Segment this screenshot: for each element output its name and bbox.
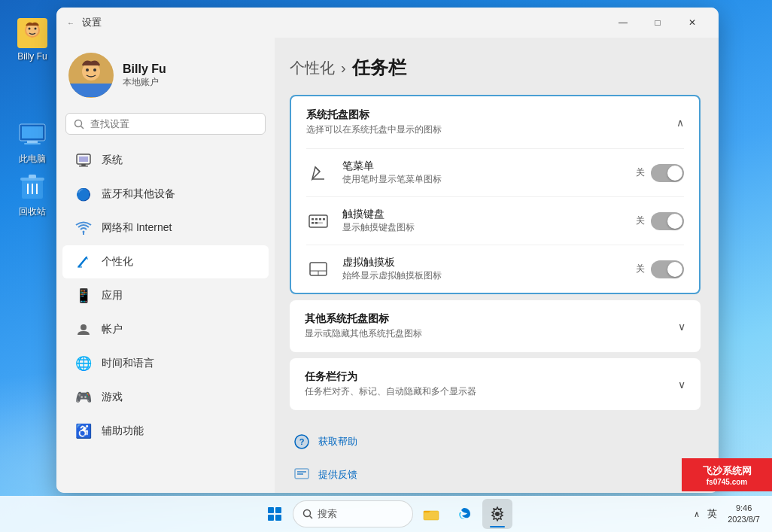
title-bar-left: ← 设置 bbox=[65, 16, 600, 29]
svg-rect-50 bbox=[268, 515, 274, 521]
accounts-label: 帐户 bbox=[102, 323, 123, 336]
other-tray-subtitle: 显示或隐藏其他系统托盘图标 bbox=[305, 327, 422, 340]
other-tray-header[interactable]: 其他系统托盘图标 显示或隐藏其他系统托盘图标 ∨ bbox=[290, 300, 701, 352]
watermark-title: 飞沙系统网 bbox=[703, 464, 752, 478]
search-settings-container[interactable] bbox=[65, 113, 266, 135]
desktop-icon-recyclebin[interactable]: 回收站 bbox=[6, 169, 59, 221]
virtual-touchpad-icon bbox=[306, 257, 330, 281]
bluetooth-icon: 🔵 bbox=[74, 185, 93, 203]
virtual-touchpad-toggle[interactable] bbox=[651, 260, 684, 278]
svg-rect-28 bbox=[78, 266, 82, 268]
recyclebin-label: 回收站 bbox=[19, 205, 46, 218]
feedback-label: 提供反馈 bbox=[318, 468, 357, 482]
virtual-touchpad-text: 虚拟触摸板 始终显示虚拟触摸板图标 bbox=[342, 256, 624, 282]
start-button[interactable] bbox=[260, 499, 290, 529]
get-help-label: 获取帮助 bbox=[318, 435, 357, 448]
feedback-link[interactable]: 提供反馈 bbox=[290, 458, 701, 491]
bluetooth-label: 蓝牙和其他设备 bbox=[102, 187, 175, 201]
touch-keyboard-title: 触摸键盘 bbox=[342, 208, 624, 221]
help-links: ? 获取帮助 提供反馈 bbox=[290, 416, 701, 493]
taskbar-behavior-header[interactable]: 任务栏行为 任务栏对齐、标记、自动隐藏和多个显示器 ∨ bbox=[290, 358, 701, 410]
sidebar-item-time[interactable]: 🌐 时间和语言 bbox=[62, 347, 269, 380]
touch-keyboard-toggle[interactable] bbox=[651, 212, 684, 230]
taskbar-search[interactable]: 搜索 bbox=[293, 500, 413, 527]
billyfu-icon bbox=[17, 18, 47, 48]
sidebar-item-network[interactable]: 网络和 Internet bbox=[62, 211, 269, 245]
svg-rect-33 bbox=[315, 218, 318, 220]
touch-keyboard-subtitle: 显示触摸键盘图标 bbox=[342, 221, 624, 234]
desktop-icon-thispc[interactable]: 此电脑 bbox=[6, 117, 59, 169]
maximize-button[interactable]: □ bbox=[640, 11, 675, 35]
pen-menu-text: 笔菜单 使用笔时显示笔菜单图标 bbox=[342, 160, 624, 186]
touch-keyboard-toggle-label: 关 bbox=[636, 214, 645, 227]
svg-point-17 bbox=[86, 68, 89, 71]
pen-menu-row: 笔菜单 使用笔时显示笔菜单图标 关 bbox=[291, 149, 699, 196]
taskbar-chevron[interactable]: ∧ bbox=[694, 509, 700, 519]
sidebar-item-accounts[interactable]: 帐户 bbox=[62, 313, 269, 346]
virtual-touchpad-subtitle: 始终显示虚拟触摸板图标 bbox=[342, 269, 624, 282]
touch-keyboard-text: 触摸键盘 显示触摸键盘图标 bbox=[342, 208, 624, 234]
system-tray-header-text: 系统托盘图标 选择可以在系统托盘中显示的图标 bbox=[306, 108, 442, 136]
svg-point-26 bbox=[83, 231, 85, 233]
desktop-icon-billyfu[interactable]: Billy Fu bbox=[6, 15, 59, 65]
pen-menu-toggle-container: 关 bbox=[636, 164, 684, 182]
taskbar-behavior-chevron: ∨ bbox=[678, 378, 685, 391]
taskbar-edge[interactable] bbox=[449, 499, 479, 529]
sidebar-item-personalization[interactable]: 个性化 bbox=[62, 245, 269, 278]
taskbar-behavior-subtitle: 任务栏对齐、标记、自动隐藏和多个显示器 bbox=[305, 385, 476, 398]
svg-rect-24 bbox=[81, 164, 86, 166]
minimize-button[interactable]: — bbox=[606, 11, 640, 35]
watermark: 飞沙系统网 fs0745.com bbox=[682, 458, 772, 491]
system-tray-header[interactable]: 系统托盘图标 选择可以在系统托盘中显示的图标 ∧ bbox=[291, 96, 699, 148]
svg-rect-7 bbox=[27, 141, 38, 143]
sidebar-item-system[interactable]: 系统 bbox=[62, 144, 269, 177]
taskbar-search-label: 搜索 bbox=[318, 507, 337, 521]
get-help-icon: ? bbox=[293, 433, 311, 451]
taskbar-behavior-title: 任务栏行为 bbox=[305, 370, 476, 384]
system-tray-card: 系统托盘图标 选择可以在系统托盘中显示的图标 ∧ 笔菜单 使用笔时显示笔菜单图标 bbox=[290, 95, 701, 294]
taskbar-settings-active[interactable] bbox=[482, 499, 512, 529]
svg-rect-25 bbox=[79, 166, 88, 167]
get-help-link[interactable]: ? 获取帮助 bbox=[290, 425, 701, 458]
svg-rect-32 bbox=[312, 218, 314, 220]
taskbar-fileexplorer[interactable] bbox=[416, 499, 446, 529]
sidebar-item-accessibility[interactable]: ♿ 辅助功能 bbox=[62, 415, 269, 448]
search-icon bbox=[74, 119, 84, 129]
svg-line-27 bbox=[79, 257, 87, 266]
taskbar-lang[interactable]: 英 bbox=[704, 504, 720, 524]
settings-body: Billy Fu 本地账户 系统 🔵 蓝牙和其他设备 bbox=[56, 38, 719, 493]
taskbar-behavior-header-text: 任务栏行为 任务栏对齐、标记、自动隐藏和多个显示器 bbox=[305, 370, 476, 398]
settings-window: ← 设置 — □ ✕ bbox=[56, 8, 719, 493]
svg-rect-36 bbox=[312, 222, 314, 224]
svg-point-52 bbox=[304, 510, 311, 517]
personalization-icon bbox=[74, 253, 93, 271]
svg-line-21 bbox=[81, 126, 84, 129]
recyclebin-icon bbox=[17, 172, 47, 202]
pen-menu-toggle[interactable] bbox=[651, 164, 684, 182]
system-tray-subtitle: 选择可以在系统托盘中显示的图标 bbox=[306, 123, 442, 136]
svg-point-20 bbox=[75, 120, 82, 126]
games-icon: 🎮 bbox=[74, 388, 93, 406]
sidebar-item-games[interactable]: 🎮 游戏 bbox=[62, 381, 269, 414]
main-content: 个性化 › 任务栏 系统托盘图标 选择可以在系统托盘中显示的图标 ∧ bbox=[275, 38, 719, 493]
search-input[interactable] bbox=[90, 118, 257, 129]
sidebar-item-bluetooth[interactable]: 🔵 蓝牙和其他设备 bbox=[62, 178, 269, 211]
svg-rect-6 bbox=[22, 126, 43, 138]
svg-rect-19 bbox=[69, 84, 113, 97]
svg-rect-35 bbox=[323, 218, 325, 220]
close-button[interactable]: ✕ bbox=[675, 11, 710, 35]
svg-point-29 bbox=[81, 324, 87, 330]
svg-point-18 bbox=[93, 68, 96, 71]
network-label: 网络和 Internet bbox=[102, 221, 172, 235]
time-icon: 🌐 bbox=[74, 354, 93, 372]
taskbar-behavior-card: 任务栏行为 任务栏对齐、标记、自动隐藏和多个显示器 ∨ bbox=[290, 358, 701, 410]
svg-rect-23 bbox=[79, 157, 88, 162]
user-profile[interactable]: Billy Fu 本地账户 bbox=[56, 44, 275, 110]
accounts-icon bbox=[74, 321, 93, 339]
network-icon bbox=[74, 219, 93, 237]
thispc-icon bbox=[17, 120, 47, 150]
taskbar-clock[interactable]: 9:46 2023/8/7 bbox=[725, 503, 763, 526]
back-button[interactable]: ← bbox=[65, 17, 76, 28]
sidebar-item-apps[interactable]: 📱 应用 bbox=[62, 279, 269, 312]
window-title: 设置 bbox=[82, 16, 102, 29]
